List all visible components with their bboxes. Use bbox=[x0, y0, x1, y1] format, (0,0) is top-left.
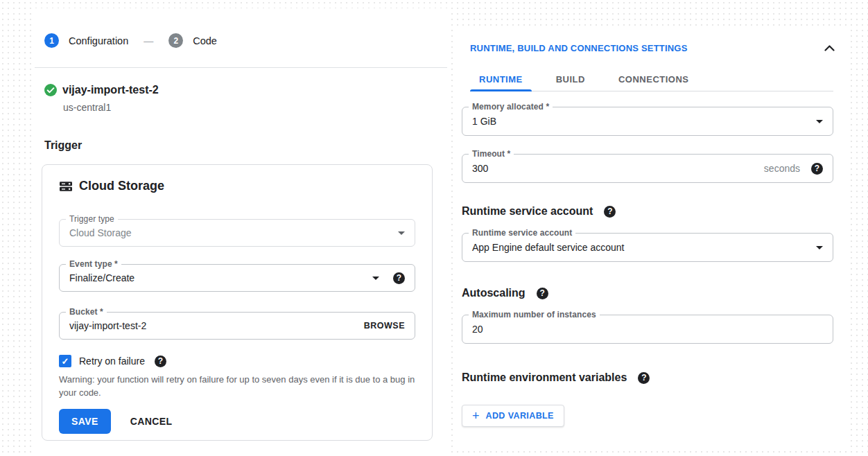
service-account-value: App Engine default service account bbox=[472, 242, 816, 253]
retry-warning-text: Warning: your function will retry on fai… bbox=[59, 374, 418, 400]
trigger-section-heading: Trigger bbox=[44, 139, 82, 152]
step-1-badge[interactable]: 1 bbox=[44, 33, 59, 48]
browse-button[interactable]: BROWSE bbox=[364, 321, 405, 331]
timeout-input[interactable] bbox=[472, 163, 764, 174]
memory-allocated-select[interactable]: Memory allocated * 1 GiB bbox=[462, 107, 833, 136]
env-vars-help-icon[interactable]: ? bbox=[638, 372, 650, 384]
trigger-card-title: Cloud Storage bbox=[59, 179, 164, 193]
cancel-button[interactable]: CANCEL bbox=[130, 416, 173, 427]
add-variable-label: ADD VARIABLE bbox=[486, 411, 554, 421]
retry-label: Retry on failure bbox=[79, 356, 145, 367]
chevron-down-icon bbox=[816, 246, 823, 249]
step-separator: — bbox=[144, 35, 153, 46]
settings-expander-header[interactable]: RUNTIME, BUILD AND CONNECTIONS SETTINGS bbox=[470, 43, 835, 53]
autoscaling-help-icon[interactable]: ? bbox=[537, 288, 548, 299]
save-button[interactable]: SAVE bbox=[59, 409, 111, 434]
chevron-down-icon bbox=[398, 231, 405, 235]
service-account-heading: Runtime service account bbox=[462, 205, 593, 218]
settings-expander-title: RUNTIME, BUILD AND CONNECTIONS SETTINGS bbox=[470, 43, 688, 53]
trigger-card-title-text: Cloud Storage bbox=[79, 179, 164, 193]
service-account-heading-row: Runtime service account ? bbox=[462, 205, 616, 218]
retry-on-failure-row: ✓ Retry on failure ? bbox=[59, 355, 166, 367]
chevron-down-icon bbox=[816, 120, 823, 123]
cloud-storage-icon bbox=[59, 179, 73, 193]
timeout-help-icon[interactable]: ? bbox=[811, 163, 823, 175]
settings-tabs: RUNTIME BUILD CONNECTIONS bbox=[470, 68, 833, 91]
bucket-field: Bucket * BROWSE bbox=[59, 312, 415, 340]
stepper: 1 Configuration — 2 Code bbox=[44, 33, 217, 48]
env-vars-heading-row: Runtime environment variables ? bbox=[462, 371, 650, 384]
check-circle-icon bbox=[44, 84, 57, 96]
autoscaling-heading: Autoscaling bbox=[462, 287, 526, 299]
runtime-settings-panel: RUNTIME, BUILD AND CONNECTIONS SETTINGS … bbox=[455, 29, 847, 447]
function-name-row: vijay-import-test-2 bbox=[44, 84, 159, 96]
max-instances-input[interactable] bbox=[472, 324, 823, 335]
memory-allocated-value: 1 GiB bbox=[472, 116, 816, 127]
max-instances-field: Maximum number of instances bbox=[462, 315, 833, 344]
retry-help-icon[interactable]: ? bbox=[155, 356, 166, 367]
function-region: us-central1 bbox=[63, 102, 111, 113]
plus-icon: + bbox=[472, 410, 480, 422]
memory-allocated-label: Memory allocated * bbox=[469, 102, 553, 112]
stepper-divider bbox=[35, 67, 447, 68]
trigger-actions: SAVE CANCEL bbox=[59, 409, 172, 434]
tab-build[interactable]: BUILD bbox=[547, 68, 594, 91]
timeout-label: Timeout * bbox=[469, 149, 514, 159]
add-variable-button[interactable]: + ADD VARIABLE bbox=[462, 405, 564, 427]
chevron-down-icon bbox=[372, 277, 379, 280]
page-background: 1 Configuration — 2 Code vijay-import-te… bbox=[0, 0, 868, 456]
event-type-value: Finalize/Create bbox=[69, 272, 372, 283]
step-2-label[interactable]: Code bbox=[193, 35, 217, 46]
event-type-help-icon[interactable]: ? bbox=[393, 272, 405, 284]
autoscaling-heading-row: Autoscaling ? bbox=[462, 287, 548, 299]
step-1-label[interactable]: Configuration bbox=[69, 35, 128, 46]
tab-connections[interactable]: CONNECTIONS bbox=[609, 68, 698, 91]
chevron-up-icon[interactable] bbox=[824, 45, 835, 51]
function-name: vijay-import-test-2 bbox=[62, 84, 159, 96]
event-type-label: Event type * bbox=[66, 259, 121, 269]
configuration-panel: 1 Configuration — 2 Code vijay-import-te… bbox=[35, 8, 447, 456]
trigger-type-label: Trigger type bbox=[66, 214, 118, 224]
bucket-input[interactable] bbox=[69, 320, 364, 331]
max-instances-label: Maximum number of instances bbox=[469, 310, 600, 319]
trigger-type-value: Cloud Storage bbox=[69, 227, 398, 238]
trigger-type-select[interactable]: Trigger type Cloud Storage bbox=[59, 219, 415, 247]
service-account-select[interactable]: Runtime service account App Engine defau… bbox=[462, 233, 833, 262]
service-account-field-label: Runtime service account bbox=[469, 228, 575, 238]
event-type-select[interactable]: Event type * Finalize/Create ? bbox=[59, 264, 415, 292]
timeout-field: Timeout * seconds ? bbox=[462, 154, 833, 183]
tab-runtime[interactable]: RUNTIME bbox=[470, 68, 532, 91]
env-vars-heading: Runtime environment variables bbox=[462, 371, 627, 384]
service-account-help-icon[interactable]: ? bbox=[604, 206, 616, 218]
timeout-suffix: seconds bbox=[764, 163, 800, 174]
trigger-card: Cloud Storage Trigger type Cloud Storage… bbox=[42, 164, 433, 441]
step-2-badge[interactable]: 2 bbox=[168, 33, 183, 48]
retry-checkbox[interactable]: ✓ bbox=[59, 355, 71, 367]
bucket-label: Bucket * bbox=[66, 307, 107, 317]
